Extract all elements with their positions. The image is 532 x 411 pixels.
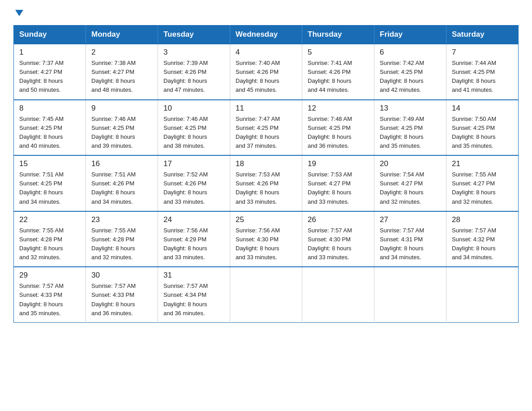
- calendar-cell: 10Sunrise: 7:46 AMSunset: 4:25 PMDayligh…: [158, 100, 230, 156]
- weekday-header-thursday: Thursday: [302, 26, 374, 44]
- day-info: Sunrise: 7:42 AMSunset: 4:25 PMDaylight:…: [380, 59, 442, 95]
- day-number: 5: [308, 48, 369, 57]
- calendar-cell: [302, 267, 374, 322]
- weekday-header-friday: Friday: [374, 26, 446, 44]
- day-number: 17: [163, 159, 225, 168]
- day-number: 2: [91, 48, 153, 57]
- calendar-cell: 24Sunrise: 7:56 AMSunset: 4:29 PMDayligh…: [158, 211, 230, 267]
- calendar-cell: 26Sunrise: 7:57 AMSunset: 4:30 PMDayligh…: [302, 211, 374, 267]
- day-number: 29: [19, 271, 81, 280]
- svg-marker-0: [15, 10, 23, 16]
- day-number: 9: [91, 104, 153, 113]
- day-info: Sunrise: 7:55 AMSunset: 4:28 PMDaylight:…: [91, 226, 153, 262]
- calendar-cell: 15Sunrise: 7:51 AMSunset: 4:25 PMDayligh…: [14, 155, 86, 211]
- day-number: 14: [452, 104, 514, 113]
- weekday-header-wednesday: Wednesday: [230, 26, 302, 44]
- day-info: Sunrise: 7:57 AMSunset: 4:31 PMDaylight:…: [380, 226, 442, 262]
- day-number: 22: [19, 215, 81, 224]
- calendar-cell: 9Sunrise: 7:46 AMSunset: 4:25 PMDaylight…: [86, 100, 158, 156]
- day-number: 26: [308, 215, 369, 224]
- calendar-cell: 23Sunrise: 7:55 AMSunset: 4:28 PMDayligh…: [86, 211, 158, 267]
- calendar-cell: 16Sunrise: 7:51 AMSunset: 4:26 PMDayligh…: [86, 155, 158, 211]
- logo-triangle-icon: [14, 9, 24, 17]
- day-info: Sunrise: 7:49 AMSunset: 4:25 PMDaylight:…: [380, 115, 442, 151]
- calendar-cell: 4Sunrise: 7:40 AMSunset: 4:26 PMDaylight…: [230, 44, 302, 100]
- day-info: Sunrise: 7:56 AMSunset: 4:29 PMDaylight:…: [163, 226, 225, 262]
- calendar-cell: [374, 267, 446, 322]
- calendar-cell: 30Sunrise: 7:57 AMSunset: 4:33 PMDayligh…: [86, 267, 158, 322]
- logo: [13, 9, 24, 17]
- weekday-header-monday: Monday: [86, 26, 158, 44]
- day-number: 4: [236, 48, 297, 57]
- day-number: 23: [91, 215, 153, 224]
- weekday-header-tuesday: Tuesday: [158, 26, 230, 44]
- day-info: Sunrise: 7:40 AMSunset: 4:26 PMDaylight:…: [236, 59, 297, 95]
- calendar-cell: 29Sunrise: 7:57 AMSunset: 4:33 PMDayligh…: [14, 267, 86, 322]
- calendar-cell: 12Sunrise: 7:48 AMSunset: 4:25 PMDayligh…: [302, 100, 374, 156]
- day-info: Sunrise: 7:38 AMSunset: 4:27 PMDaylight:…: [91, 59, 153, 95]
- day-number: 25: [236, 215, 297, 224]
- calendar-cell: 1Sunrise: 7:37 AMSunset: 4:27 PMDaylight…: [14, 44, 86, 100]
- calendar-cell: 18Sunrise: 7:53 AMSunset: 4:26 PMDayligh…: [230, 155, 302, 211]
- calendar-cell: 25Sunrise: 7:56 AMSunset: 4:30 PMDayligh…: [230, 211, 302, 267]
- calendar-week-row: 8Sunrise: 7:45 AMSunset: 4:25 PMDaylight…: [14, 100, 519, 156]
- day-number: 19: [308, 159, 369, 168]
- day-number: 24: [163, 215, 225, 224]
- calendar-cell: 3Sunrise: 7:39 AMSunset: 4:26 PMDaylight…: [158, 44, 230, 100]
- page-header: [13, 9, 519, 17]
- day-number: 27: [380, 215, 442, 224]
- day-info: Sunrise: 7:47 AMSunset: 4:25 PMDaylight:…: [236, 115, 297, 151]
- day-info: Sunrise: 7:46 AMSunset: 4:25 PMDaylight:…: [163, 115, 225, 151]
- calendar-cell: 2Sunrise: 7:38 AMSunset: 4:27 PMDaylight…: [86, 44, 158, 100]
- day-number: 31: [163, 271, 225, 280]
- day-number: 13: [380, 104, 442, 113]
- calendar-week-row: 1Sunrise: 7:37 AMSunset: 4:27 PMDaylight…: [14, 44, 519, 100]
- calendar-cell: 27Sunrise: 7:57 AMSunset: 4:31 PMDayligh…: [374, 211, 446, 267]
- calendar-week-row: 29Sunrise: 7:57 AMSunset: 4:33 PMDayligh…: [14, 267, 519, 322]
- day-info: Sunrise: 7:51 AMSunset: 4:25 PMDaylight:…: [19, 170, 81, 206]
- day-info: Sunrise: 7:54 AMSunset: 4:27 PMDaylight:…: [380, 170, 442, 206]
- calendar-cell: 5Sunrise: 7:41 AMSunset: 4:26 PMDaylight…: [302, 44, 374, 100]
- day-info: Sunrise: 7:41 AMSunset: 4:26 PMDaylight:…: [308, 59, 369, 95]
- day-number: 18: [236, 159, 297, 168]
- calendar-cell: 19Sunrise: 7:53 AMSunset: 4:27 PMDayligh…: [302, 155, 374, 211]
- day-info: Sunrise: 7:57 AMSunset: 4:30 PMDaylight:…: [308, 226, 369, 262]
- day-number: 15: [19, 159, 81, 168]
- calendar-cell: [230, 267, 302, 322]
- calendar-cell: 8Sunrise: 7:45 AMSunset: 4:25 PMDaylight…: [14, 100, 86, 156]
- day-info: Sunrise: 7:45 AMSunset: 4:25 PMDaylight:…: [19, 115, 81, 151]
- calendar-cell: 17Sunrise: 7:52 AMSunset: 4:26 PMDayligh…: [158, 155, 230, 211]
- day-info: Sunrise: 7:39 AMSunset: 4:26 PMDaylight:…: [163, 59, 225, 95]
- day-number: 1: [19, 48, 81, 57]
- day-info: Sunrise: 7:57 AMSunset: 4:32 PMDaylight:…: [452, 226, 514, 262]
- day-info: Sunrise: 7:52 AMSunset: 4:26 PMDaylight:…: [163, 170, 225, 206]
- day-number: 12: [308, 104, 369, 113]
- calendar-cell: 28Sunrise: 7:57 AMSunset: 4:32 PMDayligh…: [446, 211, 519, 267]
- day-info: Sunrise: 7:44 AMSunset: 4:25 PMDaylight:…: [452, 59, 514, 95]
- day-info: Sunrise: 7:48 AMSunset: 4:25 PMDaylight:…: [308, 115, 369, 151]
- day-number: 21: [452, 159, 514, 168]
- calendar-cell: 7Sunrise: 7:44 AMSunset: 4:25 PMDaylight…: [446, 44, 519, 100]
- day-info: Sunrise: 7:55 AMSunset: 4:27 PMDaylight:…: [452, 170, 514, 206]
- calendar-table: SundayMondayTuesdayWednesdayThursdayFrid…: [13, 25, 519, 323]
- day-number: 28: [452, 215, 514, 224]
- day-info: Sunrise: 7:46 AMSunset: 4:25 PMDaylight:…: [91, 115, 153, 151]
- day-number: 16: [91, 159, 153, 168]
- calendar-cell: 21Sunrise: 7:55 AMSunset: 4:27 PMDayligh…: [446, 155, 519, 211]
- calendar-week-row: 15Sunrise: 7:51 AMSunset: 4:25 PMDayligh…: [14, 155, 519, 211]
- day-number: 11: [236, 104, 297, 113]
- day-info: Sunrise: 7:50 AMSunset: 4:25 PMDaylight:…: [452, 115, 514, 151]
- calendar-cell: 13Sunrise: 7:49 AMSunset: 4:25 PMDayligh…: [374, 100, 446, 156]
- calendar-cell: 22Sunrise: 7:55 AMSunset: 4:28 PMDayligh…: [14, 211, 86, 267]
- day-info: Sunrise: 7:57 AMSunset: 4:33 PMDaylight:…: [91, 282, 153, 318]
- calendar-header-row: SundayMondayTuesdayWednesdayThursdayFrid…: [14, 26, 519, 44]
- day-info: Sunrise: 7:53 AMSunset: 4:26 PMDaylight:…: [236, 170, 297, 206]
- day-number: 10: [163, 104, 225, 113]
- calendar-cell: 6Sunrise: 7:42 AMSunset: 4:25 PMDaylight…: [374, 44, 446, 100]
- day-info: Sunrise: 7:51 AMSunset: 4:26 PMDaylight:…: [91, 170, 153, 206]
- day-number: 6: [380, 48, 442, 57]
- day-info: Sunrise: 7:57 AMSunset: 4:34 PMDaylight:…: [163, 282, 225, 318]
- day-number: 7: [452, 48, 514, 57]
- weekday-header-saturday: Saturday: [446, 26, 519, 44]
- day-info: Sunrise: 7:55 AMSunset: 4:28 PMDaylight:…: [19, 226, 81, 262]
